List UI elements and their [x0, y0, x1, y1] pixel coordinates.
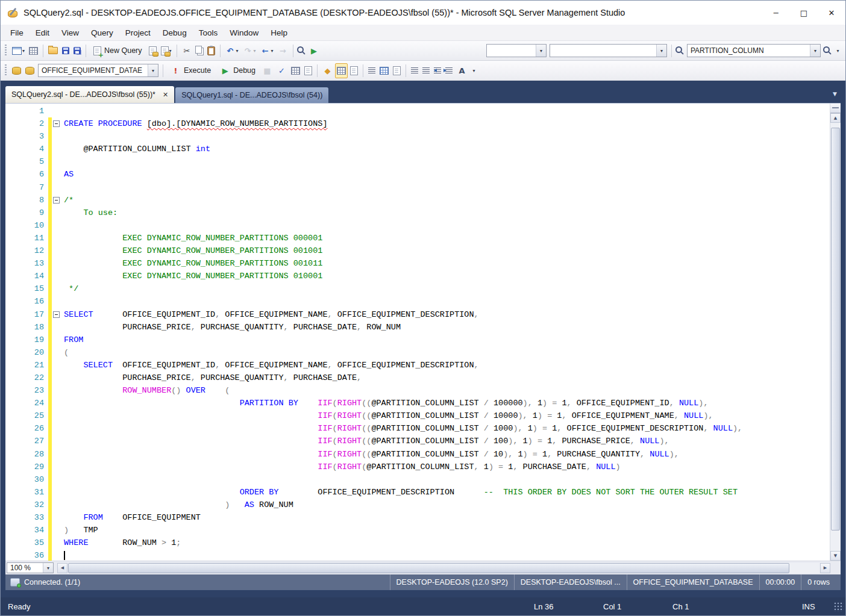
scroll-up-icon[interactable]: ▲ [830, 113, 841, 123]
change-tracking-bar [48, 207, 52, 219]
vertical-scrollbar[interactable]: ▲ ▼ [830, 104, 841, 561]
zoom-value: 100 % [7, 563, 43, 573]
change-connection-icon[interactable] [24, 63, 36, 78]
undo-icon[interactable]: ↶▾ [224, 43, 240, 58]
new-query-button[interactable]: New Query [89, 44, 146, 58]
server-version: DESKTOP-EADEOJS (12.0 SP2) [390, 574, 514, 590]
parse-icon[interactable]: ✓ [275, 63, 289, 78]
save-icon[interactable] [60, 43, 71, 58]
connect-icon[interactable] [10, 63, 23, 78]
start-icon[interactable]: ▶ [307, 43, 321, 58]
code-line: ( [64, 346, 830, 359]
zoom-dropdown-icon[interactable]: ▾ [43, 563, 53, 573]
navigate-forward-icon[interactable]: → [276, 43, 290, 58]
line-number: 22 [5, 372, 48, 384]
activity-monitor-icon[interactable] [27, 43, 40, 58]
code-text-area[interactable]: CREATE PROCEDURE [dbo].[DYNAMIC_ROW_NUMB… [61, 104, 830, 561]
results-to-file-icon[interactable] [391, 63, 403, 78]
menu-item-debug[interactable]: Debug [157, 26, 193, 39]
copy-icon[interactable] [195, 43, 205, 58]
resize-grip-icon[interactable] [834, 602, 844, 612]
navigate-backward-icon[interactable]: ←▾ [258, 43, 275, 58]
collapse-region-icon[interactable] [53, 120, 60, 127]
toolbar-grip[interactable] [5, 64, 7, 76]
toolbar-grip[interactable] [5, 45, 7, 57]
tab-list-dropdown-icon[interactable]: ▼ [829, 91, 841, 97]
menu-item-edit[interactable]: Edit [30, 26, 55, 39]
cancel-query-icon[interactable]: ■ [260, 63, 274, 78]
intellisense-enabled-icon[interactable]: ◆ [321, 63, 334, 78]
tab-sqlquery2[interactable]: SQLQuery2.sql - DE...ADEOJS\fbsol (55))*… [5, 86, 174, 103]
decrease-indent-icon[interactable] [432, 63, 443, 78]
tab-sqlquery1[interactable]: SQLQuery1.sql - DE...ADEOJS\fbsol (54)) [175, 87, 328, 103]
menu-item-tools[interactable]: Tools [193, 26, 224, 39]
menu-item-view[interactable]: View [55, 26, 85, 39]
line-number: 12 [5, 244, 48, 257]
menu-item-file[interactable]: File [4, 26, 30, 39]
results-to-text-icon[interactable] [366, 63, 377, 78]
toolbar-overflow-icon[interactable]: ▾ [469, 64, 478, 78]
zoom-control[interactable]: 100 % ▾ [7, 562, 54, 573]
find-next-icon[interactable] [822, 43, 833, 58]
scroll-down-icon[interactable]: ▼ [830, 551, 841, 561]
margin-row [48, 461, 61, 473]
code-editor[interactable]: 1234567891011121314151617181920212223242… [5, 103, 841, 561]
find-in-files-icon[interactable] [675, 43, 685, 58]
splitter-handle-icon[interactable] [830, 104, 841, 113]
minimize-button[interactable]: − [762, 1, 790, 25]
menu-item-query[interactable]: Query [85, 26, 119, 39]
paste-icon[interactable] [205, 43, 217, 58]
object-search-icon[interactable] [296, 43, 307, 58]
maximize-button[interactable]: □ [790, 1, 818, 25]
estimated-plan-icon[interactable] [289, 63, 302, 78]
template-parameters-icon[interactable]: A [455, 63, 469, 78]
debug-button[interactable]: ▶Debug [216, 64, 260, 78]
margin-row [48, 143, 61, 155]
code-line: PARTITION BY IIF(RIGHT((@PARTITION_COLUM… [64, 397, 830, 409]
code-line: AS [64, 168, 830, 181]
change-tracking-bar [48, 257, 52, 270]
horizontal-scroll-thumb[interactable] [68, 563, 789, 573]
menu-item-help[interactable]: Help [265, 26, 293, 39]
toolbar-separator [86, 45, 86, 57]
close-button[interactable]: ✕ [818, 1, 845, 25]
toolbar-combo-1[interactable]: ▾ [486, 44, 547, 57]
toolbar-overflow-icon[interactable]: ▾ [833, 44, 842, 58]
redo-icon[interactable]: ↷▾ [241, 43, 258, 58]
horizontal-scrollbar[interactable]: ◀ ▶ [57, 563, 830, 573]
results-to-grid-icon[interactable] [378, 63, 390, 78]
available-databases-combo[interactable]: OFFICE_EQUIPMENT_DATAE▾ [38, 64, 158, 77]
comment-icon[interactable] [409, 63, 420, 78]
horizontal-scroll-track[interactable] [68, 563, 819, 573]
uncomment-icon[interactable] [421, 63, 431, 78]
collapse-region-icon[interactable] [53, 311, 60, 318]
include-client-statistics-icon[interactable] [348, 63, 360, 78]
cursor-position-cells: Ln 36Col 1Ch 1INS [534, 602, 829, 611]
change-tracking-bar [48, 181, 52, 194]
close-tab-icon[interactable]: ✕ [163, 91, 168, 99]
cut-icon[interactable]: ✂ [180, 43, 194, 58]
save-all-icon[interactable] [72, 43, 83, 58]
quick-find-combo[interactable]: PARTITION_COLUMN▾ [687, 44, 821, 57]
analysis-service-query-icon[interactable]: ▾ [159, 43, 174, 58]
scroll-left-icon[interactable]: ◀ [57, 563, 67, 573]
open-file-icon[interactable] [46, 43, 60, 58]
menu-item-project[interactable]: Project [119, 26, 157, 39]
change-tracking-bar [48, 384, 52, 397]
menu-item-window[interactable]: Window [224, 26, 265, 39]
title-bar: SQLQuery2.sql - DESKTOP-EADEOJS.OFFICE_E… [1, 1, 845, 25]
include-actual-plan-icon[interactable] [335, 63, 348, 78]
database-engine-query-icon[interactable] [147, 43, 158, 58]
query-options-icon[interactable] [302, 63, 314, 78]
collapse-region-icon[interactable] [53, 197, 60, 204]
execute-button[interactable]: !Execute [166, 64, 215, 78]
change-tracking-bar [48, 397, 52, 409]
toolbar-combo-2[interactable]: ▾ [550, 44, 667, 57]
vertical-scroll-thumb[interactable] [831, 128, 840, 530]
code-line: FROM OFFICE_EQUIPMENT [64, 511, 830, 524]
margin-row [48, 486, 61, 499]
scroll-right-icon[interactable]: ▶ [820, 563, 830, 573]
new-connection-icon[interactable]: ▾ [10, 43, 27, 58]
increase-indent-icon[interactable] [443, 63, 454, 78]
vertical-scroll-track[interactable] [831, 123, 840, 550]
